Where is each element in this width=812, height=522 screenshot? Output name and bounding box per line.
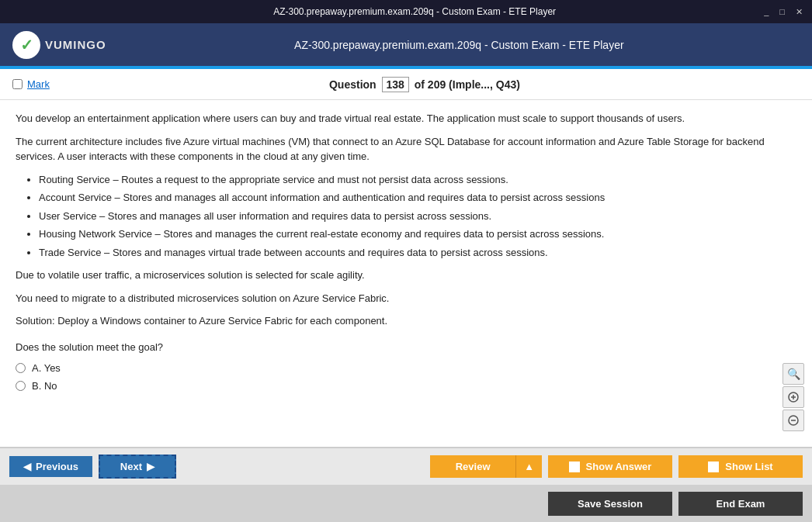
next-button[interactable]: Next ▶	[99, 455, 176, 479]
header-title: AZ-300.prepaway.premium.exam.209q - Cust…	[119, 39, 800, 51]
question-info: Question 138 of 209 (Imple..., Q43)	[50, 77, 800, 92]
option-a-radio[interactable]	[16, 363, 26, 373]
previous-button[interactable]: ◀ Previous	[9, 456, 92, 477]
title-bar: AZ-300.prepaway.premium.exam.209q - Cust…	[0, 0, 812, 23]
logo-icon: ✓	[12, 31, 40, 59]
services-list: Routing Service – Routes a request to th…	[39, 172, 796, 261]
bullet-3: User Service – Stores and manages all us…	[39, 209, 796, 224]
zoom-controls: 🔍	[783, 363, 804, 431]
paragraph-3: Due to volatile user traffic, a microser…	[16, 268, 796, 283]
bullet-2: Account Service – Stores and manages all…	[39, 190, 796, 206]
review-dropdown-button[interactable]: ▲	[515, 455, 542, 478]
zoom-in-button[interactable]	[783, 386, 804, 408]
content-area: You develop an entertainment application…	[0, 100, 812, 448]
question-number-box: 138	[382, 77, 409, 92]
option-b-radio[interactable]	[16, 381, 26, 391]
end-exam-button[interactable]: End Exam	[678, 492, 803, 516]
option-b-label: B. No	[32, 380, 57, 392]
show-list-button[interactable]: Show List	[678, 455, 803, 478]
options-section: Does the solution meet the goal? A. Yes …	[16, 340, 796, 392]
minimize-button[interactable]: _	[761, 6, 772, 18]
checkmark-icon: ✓	[20, 36, 33, 54]
bullet-5: Trade Service – Stores and manages virtu…	[39, 245, 796, 261]
save-session-button[interactable]: Save Session	[548, 492, 672, 516]
paragraph-5: Solution: Deploy a Windows container to …	[16, 313, 796, 329]
paragraph-4: You need to migrate to a distributed mic…	[16, 291, 796, 306]
search-zoom-button[interactable]: 🔍	[783, 363, 804, 385]
mark-checkbox-label[interactable]: Mark	[12, 78, 50, 90]
title-bar-controls: _ □ ✕	[761, 6, 806, 18]
question-header: Mark Question 138 of 209 (Imple..., Q43)	[0, 69, 812, 100]
bullet-4: Housing Network Service – Stores and man…	[39, 226, 796, 242]
bottom-bar-2: Save Session End Exam	[0, 485, 812, 522]
bottom-bar-1: ◀ Previous Next ▶ Review ▲ Show Answer S…	[0, 448, 812, 485]
review-button-group: Review ▲	[430, 455, 542, 478]
para2-text: The current architecture includes five A…	[16, 136, 765, 163]
header-bar: ✓ VUMINGO AZ-300.prepaway.premium.exam.2…	[0, 23, 812, 66]
maximize-button[interactable]: □	[776, 6, 788, 18]
show-answer-icon	[569, 462, 580, 472]
bullet-1: Routing Service – Routes a request to th…	[39, 172, 796, 188]
option-a-label: A. Yes	[32, 362, 61, 374]
show-answer-label: Show Answer	[586, 461, 652, 472]
zoom-out-button[interactable]	[783, 410, 804, 431]
mark-checkbox-input[interactable]	[12, 79, 23, 89]
close-button[interactable]: ✕	[793, 6, 806, 18]
option-a-row: A. Yes	[16, 362, 796, 374]
paragraph-1: You develop an entertainment application…	[16, 111, 796, 126]
title-bar-title: AZ-300.prepaway.premium.exam.209q - Cust…	[273, 6, 556, 17]
paragraph-2: The current architecture includes five A…	[16, 134, 796, 164]
question-text: Does the solution meet the goal?	[16, 340, 796, 355]
question-label: Question	[329, 78, 377, 91]
mark-label[interactable]: Mark	[27, 78, 50, 90]
logo-text: VUMINGO	[45, 38, 106, 51]
review-button[interactable]: Review	[430, 455, 515, 478]
show-answer-button[interactable]: Show Answer	[548, 455, 672, 478]
show-list-icon	[708, 462, 719, 472]
option-b-row: B. No	[16, 380, 796, 392]
logo-area: ✓ VUMINGO	[12, 31, 106, 59]
show-list-label: Show List	[725, 461, 772, 472]
question-of-total: of 209 (Imple..., Q43)	[415, 78, 520, 91]
